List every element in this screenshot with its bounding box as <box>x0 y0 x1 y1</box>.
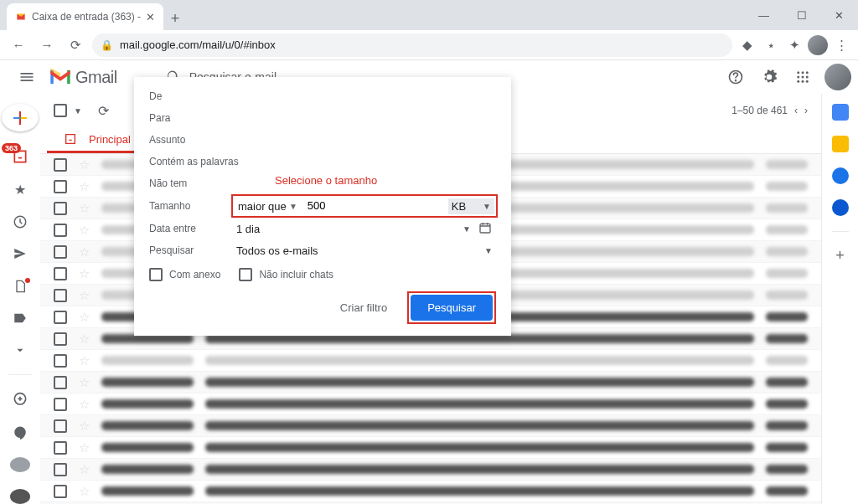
apps-icon[interactable] <box>788 62 818 92</box>
label-icon[interactable] <box>10 311 30 326</box>
mail-row[interactable]: ☆ <box>40 393 821 415</box>
row-checkbox[interactable] <box>54 245 67 259</box>
add-addon-icon[interactable]: + <box>835 247 845 265</box>
search-button[interactable]: Pesquisar <box>411 295 493 321</box>
row-checkbox[interactable] <box>54 311 67 324</box>
row-checkbox[interactable] <box>54 419 67 433</box>
compose-button[interactable] <box>2 104 39 131</box>
star-icon[interactable]: ☆ <box>79 288 90 303</box>
gmail-logo-text: Gmail <box>75 68 117 87</box>
row-checkbox[interactable] <box>54 463 67 476</box>
star-icon[interactable]: ☆ <box>79 266 90 281</box>
row-checkbox[interactable] <box>54 224 67 237</box>
row-checkbox[interactable] <box>54 180 67 193</box>
settings-icon[interactable] <box>754 62 784 92</box>
row-checkbox[interactable] <box>54 354 67 368</box>
back-button[interactable]: ← <box>7 33 30 57</box>
support-icon[interactable] <box>721 62 751 92</box>
forward-button[interactable]: → <box>35 33 59 57</box>
chat-new-icon[interactable] <box>10 392 30 409</box>
gmail-favicon <box>15 11 27 23</box>
star-icon[interactable]: ☆ <box>79 157 90 172</box>
pager-next-icon[interactable]: › <box>804 105 808 116</box>
row-checkbox[interactable] <box>54 441 67 455</box>
size-operator-select[interactable]: maior que ▼ <box>235 198 301 214</box>
size-unit-select[interactable]: KB ▼ <box>448 198 494 214</box>
row-checkbox[interactable] <box>54 376 67 389</box>
star-icon[interactable]: ☆ <box>79 310 90 325</box>
create-filter-button[interactable]: Criar filtro <box>332 295 395 321</box>
row-checkbox[interactable] <box>54 485 67 498</box>
exclude-chats-checkbox[interactable]: Não incluir chats <box>239 268 333 281</box>
refresh-icon[interactable]: ⟳ <box>89 95 119 126</box>
extensions-menu-icon[interactable]: ✦ <box>784 35 804 55</box>
mail-row[interactable]: ☆ <box>40 459 821 481</box>
more-icon[interactable] <box>10 342 30 357</box>
gmail-logo[interactable]: Gmail <box>49 68 117 87</box>
select-all-checkbox[interactable] <box>54 104 67 117</box>
account-avatar[interactable] <box>824 64 851 90</box>
star-icon[interactable]: ☆ <box>79 440 90 455</box>
profile-avatar[interactable] <box>808 35 828 55</box>
star-icon[interactable]: ☆ <box>79 484 90 499</box>
star-icon[interactable]: ☆ <box>79 332 90 347</box>
inbox-icon[interactable]: 363 <box>10 148 30 165</box>
contacts-app-icon[interactable] <box>832 199 849 216</box>
mail-row[interactable]: ☆ <box>40 415 821 437</box>
mail-row[interactable]: ☆ <box>40 481 821 502</box>
row-checkbox[interactable] <box>54 202 67 215</box>
extension-icon[interactable]: ◆ <box>737 35 757 55</box>
to-input[interactable] <box>233 110 496 126</box>
contact-avatar[interactable] <box>10 457 30 472</box>
star-icon[interactable]: ☆ <box>79 179 90 194</box>
pager-prev-icon[interactable]: ‹ <box>794 105 798 116</box>
star-icon[interactable]: ☆ <box>79 353 90 368</box>
browser-menu-icon[interactable]: ⋮ <box>831 35 851 55</box>
row-checkbox[interactable] <box>54 332 67 346</box>
search-in-select[interactable]: Todos os e-mails ▼ <box>233 243 496 259</box>
size-value-input[interactable] <box>301 198 448 214</box>
hangouts-icon[interactable] <box>10 425 30 440</box>
star-icon[interactable]: ☆ <box>79 462 90 477</box>
starred-icon[interactable]: ★ <box>10 182 30 198</box>
date-range-select[interactable]: 1 dia ▼ <box>233 221 474 237</box>
mail-row[interactable]: ☆ <box>40 350 821 372</box>
window-controls: — ☐ ✕ <box>745 0 858 30</box>
keep-app-icon[interactable] <box>832 136 849 152</box>
drafts-icon[interactable] <box>10 278 30 293</box>
star-icon[interactable]: ☆ <box>79 244 90 260</box>
close-window-button[interactable]: ✕ <box>820 0 858 30</box>
subject-input[interactable] <box>233 131 496 148</box>
contact-avatar[interactable] <box>10 489 30 504</box>
extension-icon[interactable]: ⭑ <box>761 35 781 55</box>
browser-tab[interactable]: Caixa de entrada (363) - ✕ <box>7 3 163 30</box>
star-icon[interactable]: ☆ <box>79 223 90 238</box>
main-menu-icon[interactable] <box>10 60 44 94</box>
calendar-app-icon[interactable] <box>832 104 849 121</box>
snoozed-icon[interactable] <box>10 214 30 229</box>
sent-icon[interactable] <box>10 246 30 261</box>
mail-row[interactable]: ☆ <box>40 437 821 459</box>
new-tab-button[interactable]: + <box>163 7 187 30</box>
calendar-icon[interactable] <box>474 221 496 237</box>
star-icon[interactable]: ☆ <box>79 201 90 216</box>
has-words-input[interactable] <box>258 153 496 170</box>
reload-button[interactable]: ⟳ <box>64 33 87 57</box>
tab-primary[interactable]: Principal <box>47 127 147 153</box>
row-checkbox[interactable] <box>54 289 67 302</box>
has-attachment-checkbox[interactable]: Com anexo <box>149 268 220 281</box>
address-bar[interactable]: 🔒 mail.google.com/mail/u/0/#inbox <box>92 33 732 57</box>
maximize-button[interactable]: ☐ <box>783 0 820 30</box>
star-icon[interactable]: ☆ <box>79 375 90 390</box>
from-input[interactable] <box>233 88 496 105</box>
row-checkbox[interactable] <box>54 158 67 172</box>
tasks-app-icon[interactable] <box>832 167 849 184</box>
minimize-button[interactable]: — <box>745 0 783 30</box>
close-tab-icon[interactable]: ✕ <box>146 11 155 23</box>
mail-row[interactable]: ☆ <box>40 372 821 393</box>
row-checkbox[interactable] <box>54 398 67 411</box>
row-checkbox[interactable] <box>54 267 67 280</box>
star-icon[interactable]: ☆ <box>79 397 90 412</box>
star-icon[interactable]: ☆ <box>79 419 90 434</box>
select-dropdown-icon[interactable]: ▼ <box>74 106 82 116</box>
